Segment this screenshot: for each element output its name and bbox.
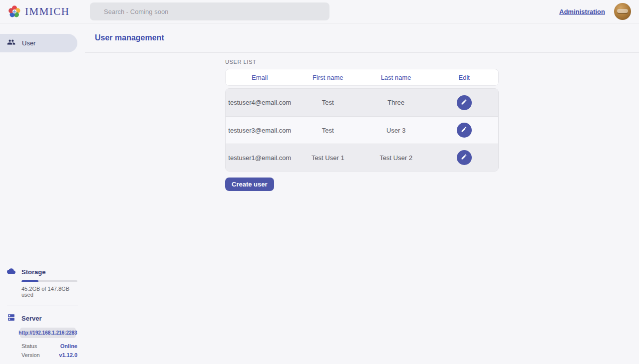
column-header-first-name: First name bbox=[294, 74, 362, 81]
storage-caption: 45.2GB of 147.8GB used bbox=[21, 286, 78, 298]
server-section-header: Server bbox=[7, 313, 78, 324]
server-dns-icon bbox=[7, 313, 15, 324]
main-content: User management USER LIST Email First na… bbox=[85, 23, 639, 364]
table-row: testuser4@email.com Test Three bbox=[226, 89, 498, 116]
user-list-panel: USER LIST Email First name Last name Edi… bbox=[225, 59, 499, 191]
table-header-row: Email First name Last name Edit bbox=[225, 69, 499, 86]
immich-flower-logo-icon bbox=[8, 5, 21, 18]
server-version-label: Version bbox=[21, 352, 40, 358]
server-status-row: Status Online bbox=[21, 343, 77, 349]
user-group-icon bbox=[7, 38, 15, 48]
cell-first-name: Test User 1 bbox=[294, 154, 362, 162]
cell-last-name: Three bbox=[362, 99, 430, 106]
server-url-badge: http://192.168.1.216:2283 bbox=[20, 328, 76, 338]
edit-user-button[interactable] bbox=[457, 95, 472, 110]
cell-email: testuser4@email.com bbox=[226, 99, 294, 106]
cell-edit bbox=[430, 150, 499, 165]
edit-user-button[interactable] bbox=[457, 123, 472, 138]
page-title: User management bbox=[95, 33, 164, 42]
cell-email: testuser1@email.com bbox=[226, 154, 294, 162]
table-body: testuser4@email.com Test Three bbox=[225, 88, 499, 172]
cloud-icon bbox=[7, 267, 15, 276]
server-version-row: Version v1.12.0 bbox=[21, 352, 77, 358]
server-title: Server bbox=[21, 315, 41, 322]
cell-last-name: User 3 bbox=[362, 127, 430, 134]
cell-email: testuser3@email.com bbox=[226, 127, 294, 134]
app-wordmark: IMMICH bbox=[25, 5, 70, 18]
table-row: testuser3@email.com Test User 3 bbox=[226, 116, 498, 144]
page-header: User management bbox=[85, 23, 639, 53]
cell-edit bbox=[430, 95, 499, 110]
storage-progress-bar bbox=[21, 280, 77, 282]
storage-section-header: Storage bbox=[7, 267, 78, 276]
server-version-value: v1.12.0 bbox=[59, 352, 77, 358]
sidebar-item-user[interactable]: User bbox=[0, 34, 77, 52]
cell-first-name: Test bbox=[294, 127, 362, 134]
content-area: USER LIST Email First name Last name Edi… bbox=[85, 53, 639, 364]
storage-title: Storage bbox=[21, 268, 45, 276]
pencil-icon bbox=[461, 99, 467, 107]
storage-progress-fill bbox=[21, 280, 38, 282]
cell-edit bbox=[430, 123, 499, 138]
app-logo: IMMICH bbox=[0, 5, 82, 18]
cell-last-name: Test User 2 bbox=[362, 154, 430, 162]
edit-user-button[interactable] bbox=[457, 150, 472, 165]
column-header-last-name: Last name bbox=[362, 74, 430, 81]
administration-link[interactable]: Administration bbox=[559, 8, 605, 15]
sidebar: User Storage 45.2GB of 147.8GB used Serv… bbox=[0, 23, 85, 364]
pencil-icon bbox=[461, 126, 467, 134]
table-row: testuser1@email.com Test User 1 Test Use… bbox=[226, 144, 498, 171]
sidebar-bottom: Storage 45.2GB of 147.8GB used Server ht… bbox=[0, 267, 85, 364]
sidebar-item-label: User bbox=[22, 39, 35, 47]
create-user-button[interactable]: Create user bbox=[225, 178, 274, 191]
sidebar-divider bbox=[7, 306, 78, 306]
server-status-label: Status bbox=[21, 343, 37, 349]
user-list-label: USER LIST bbox=[225, 59, 499, 65]
top-bar-right: Administration bbox=[559, 3, 639, 20]
column-header-email: Email bbox=[226, 74, 294, 81]
top-bar: IMMICH Administration bbox=[0, 0, 639, 23]
server-status-value: Online bbox=[60, 343, 77, 349]
user-avatar[interactable] bbox=[614, 3, 631, 20]
pencil-icon bbox=[461, 154, 467, 162]
cell-first-name: Test bbox=[294, 99, 362, 106]
column-header-edit: Edit bbox=[430, 74, 499, 81]
search-input[interactable] bbox=[90, 2, 329, 20]
